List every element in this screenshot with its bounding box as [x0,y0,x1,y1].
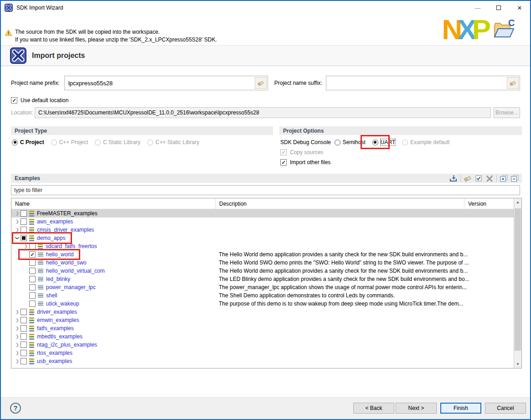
chevron-right-icon[interactable]: ❯ [14,209,21,218]
chevron-right-icon[interactable]: ❯ [14,226,21,234]
row-checkbox[interactable] [29,259,36,266]
row-name[interactable]: sdcard_fatfs_freertos [46,242,97,250]
scroll-down-icon[interactable]: ▼ [514,360,521,368]
next-button[interactable]: Next > [396,403,437,414]
table-row[interactable]: ❯usb_examples [11,357,515,365]
row-name[interactable]: led_blinky [46,275,70,283]
row-name[interactable]: ntag_i2c_plus_examples [37,341,97,349]
prefix-input[interactable] [65,76,255,90]
chevron-right-icon[interactable]: ❯ [14,332,21,341]
column-header-name[interactable]: Name [11,198,216,209]
expand-all-icon[interactable] [498,174,509,182]
copy-sources-checkbox[interactable]: ✓ [280,149,287,156]
row-checkbox[interactable]: ✓ [29,251,36,258]
project-type-c-project-radio[interactable]: C Project [12,139,44,145]
chevron-right-icon[interactable]: ❯ [14,349,21,357]
use-default-location-checkbox[interactable]: ✓ [11,97,17,104]
chevron-right-icon[interactable]: ❯ [14,308,21,316]
scroll-up-icon[interactable]: ▲ [514,198,521,206]
row-checkbox[interactable] [29,284,36,290]
table-row[interactable]: ❯mbedtls_examples [11,332,515,341]
debug-console-example-default-radio[interactable]: Example default [402,139,449,145]
project-type-c-static-library-radio[interactable]: C Static Library [95,139,140,145]
column-header-version[interactable]: Version [464,198,515,209]
table-row[interactable]: ❯cmsis_driver_examples [11,226,515,234]
row-name[interactable]: driver_examples [37,308,77,316]
row-name[interactable]: demo_apps [37,234,66,242]
scrollbar-thumb[interactable] [515,208,521,351]
table-row[interactable]: ❯rtos_examples [11,349,515,357]
back-button[interactable]: < Back [353,403,394,414]
close-button[interactable]: ✕ [509,1,530,15]
vertical-scrollbar[interactable]: ▲ ▼ [514,198,521,368]
debug-console-semihost-radio[interactable]: Semihost [335,139,366,145]
row-checkbox[interactable] [21,325,27,332]
row-name[interactable]: utick_wakeup [46,300,79,308]
import-example-icon[interactable] [448,174,459,182]
filter-input[interactable] [11,186,520,195]
browse-button[interactable]: Browse... [494,107,520,118]
row-checkbox[interactable] [29,276,36,282]
row-name[interactable]: mbedtls_examples [37,332,82,341]
row-name[interactable]: FreeMASTER_examples [37,209,98,218]
table-row[interactable]: ❯fatfs_examples [11,324,515,332]
row-checkbox[interactable] [21,358,27,364]
table-row[interactable]: ❯emwin_examples [11,316,515,324]
row-checkbox[interactable] [29,301,36,307]
row-name[interactable]: emwin_examples [37,316,79,324]
chevron-right-icon[interactable]: ❯ [23,242,29,250]
row-checkbox[interactable] [21,210,27,217]
row-name[interactable]: power_manager_lpc [46,283,96,291]
row-checkbox[interactable] [21,333,27,340]
table-row[interactable]: ❯aws_examples [11,218,515,226]
select-all-icon[interactable] [473,174,484,182]
chevron-right-icon[interactable]: ❯ [14,357,21,365]
row-checkbox[interactable] [21,342,27,348]
table-row[interactable]: ❯sdcard_fatfs_freertos [11,242,515,250]
table-row[interactable]: led_blinkyThe LED Blinky demo applicatio… [11,275,515,283]
row-name[interactable]: aws_examples [37,218,73,226]
table-row[interactable]: shellThe Shell Demo application demonstr… [11,291,515,300]
finish-button[interactable]: Finish [440,403,481,414]
table-row[interactable]: ❯ntag_i2c_plus_examples [11,341,515,349]
chevron-right-icon[interactable]: ❯ [14,316,21,324]
row-checkbox[interactable] [29,243,36,249]
row-name[interactable]: fatfs_examples [37,324,74,332]
collapse-all-icon[interactable] [509,174,520,182]
deselect-all-icon[interactable] [484,174,495,182]
row-name[interactable]: cmsis_driver_examples [37,226,94,234]
help-button[interactable]: ? [10,403,21,414]
row-name[interactable]: hello_world [46,250,74,259]
chevron-down-icon[interactable]: ❯ [13,235,21,241]
row-checkbox[interactable] [21,227,27,233]
table-row[interactable]: ❯demo_apps [11,234,515,242]
chevron-right-icon[interactable]: ❯ [14,324,21,332]
suffix-input[interactable] [326,76,507,90]
table-row[interactable]: utick_wakeupThe purpose of this demo is … [11,300,515,308]
eraser-icon[interactable] [462,174,473,182]
project-type-c-static-library-radio[interactable]: C++ Static Library [147,139,199,145]
row-name[interactable]: shell [46,291,57,300]
table-row[interactable]: hello_world_swoThe Hello World SWO demo … [11,259,515,267]
import-other-files-checkbox[interactable]: ✓ [280,159,287,166]
chevron-right-icon[interactable]: ❯ [14,218,21,226]
cancel-button[interactable]: Cancel [485,403,526,414]
table-row[interactable]: ❯FreeMASTER_examples [11,209,515,218]
chevron-right-icon[interactable]: ❯ [14,341,21,349]
table-row[interactable]: hello_world_virtual_comThe Hello World d… [11,267,515,275]
row-checkbox[interactable] [29,292,36,299]
table-row[interactable]: ❯driver_examples [11,308,515,316]
debug-console-uart-radio[interactable]: UART [372,139,395,145]
row-name[interactable]: hello_world_virtual_com [46,267,105,275]
row-name[interactable]: hello_world_swo [46,259,87,267]
table-row[interactable]: ✓hello_worldThe Hello World demo applica… [11,250,515,259]
maximize-button[interactable] [488,1,509,15]
clear-suffix-button[interactable] [507,77,519,89]
minimize-button[interactable]: — [467,1,488,15]
row-checkbox[interactable] [21,309,27,315]
project-type-c-project-radio[interactable]: C++ Project [51,139,88,145]
row-checkbox[interactable] [21,235,27,241]
row-checkbox[interactable] [29,268,36,274]
column-header-description[interactable]: Description [216,198,464,209]
row-name[interactable]: rtos_examples [37,349,72,357]
